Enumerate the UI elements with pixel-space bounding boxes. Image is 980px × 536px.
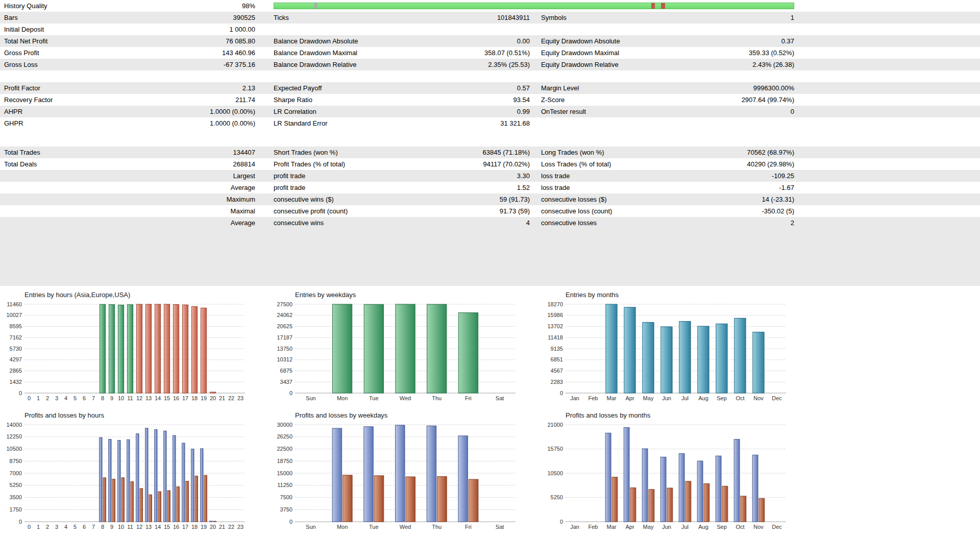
stat-value: 1 [710,12,794,23]
svg-text:Jun: Jun [662,395,671,401]
svg-text:21000: 21000 [547,422,563,428]
svg-text:7500: 7500 [280,494,292,500]
svg-text:16: 16 [173,524,179,530]
stat-value: 31 321.68 [445,117,530,129]
stat-value: 70562 (68.97%) [710,147,794,158]
svg-text:6: 6 [83,524,86,530]
stat-label: Profit Factor [4,82,170,94]
svg-text:3500: 3500 [10,494,22,500]
table-row: Total Trades134407Short Trades (won %)63… [0,147,980,158]
svg-text:Fri: Fri [465,524,472,530]
stat-value: 9996300.00% [710,82,794,94]
svg-text:3437: 3437 [280,379,292,385]
table-section-gap [0,129,980,147]
svg-text:15000: 15000 [277,470,292,476]
svg-text:Jul: Jul [681,395,689,401]
chart-svg-entries-by-months: 0228345676851913511418137021598618270Jan… [541,289,808,406]
svg-text:Jul: Jul [681,524,689,530]
svg-text:5250: 5250 [10,482,22,488]
stat-value: -350.02 (5) [710,205,794,217]
svg-text:17187: 17187 [277,334,292,340]
stat-value: 358.07 (0.51%) [445,47,530,59]
svg-text:7162: 7162 [10,334,22,340]
stat-value: Average [170,217,255,229]
svg-text:12250: 12250 [6,433,22,440]
stat-label: Bars [4,12,170,23]
svg-text:0: 0 [289,390,292,396]
table-row: GHPR1.0000 (0.00%)LR Standard Error31 32… [0,117,980,129]
svg-text:Sat: Sat [496,524,504,530]
svg-text:18750: 18750 [277,458,292,464]
chart-svg-entries-by-hours: 0143228654297573071628595100271146001234… [0,289,267,406]
svg-text:11460: 11460 [7,301,22,307]
svg-text:5730: 5730 [10,346,22,352]
svg-text:0: 0 [560,390,563,396]
svg-text:5: 5 [74,524,77,530]
stat-value: 359.33 (0.52%) [710,47,794,59]
svg-text:7: 7 [92,395,95,401]
svg-text:13: 13 [145,524,152,530]
stat-label: consecutive loss (count) [541,205,710,217]
table-row: Averageconsecutive wins4consecutive loss… [0,217,980,229]
svg-text:3: 3 [55,395,58,401]
stat-value: 14 (-23.31) [710,193,794,205]
chart-svg-pl-by-months: 05250105001575021000JanFebMarAprMayJunJu… [541,409,808,535]
chart-pl-by-weekdays: 037507500112501500018750225002625030000S… [271,409,541,536]
svg-text:Sat: Sat [496,395,504,401]
svg-text:17: 17 [182,524,188,530]
stat-value: -67 375.16 [170,59,255,70]
stat-label: loss trade [541,170,710,182]
svg-text:Tue: Tue [369,395,379,401]
stat-value: 0.57 [445,82,530,94]
stat-value: Average [170,182,255,193]
svg-text:5: 5 [74,395,77,401]
stat-value: 0.00 [445,35,530,47]
stat-label: profit trade [274,170,445,182]
stat-value: 2907.64 (99.74%) [710,94,794,106]
svg-text:16: 16 [173,395,179,401]
stat-label: Equity Drawdown Absolute [541,35,710,47]
svg-text:14: 14 [155,395,161,401]
svg-text:24062: 24062 [277,312,292,318]
svg-text:2: 2 [46,524,49,530]
svg-text:19: 19 [201,395,207,401]
table-row: Profit Factor2.13Expected Payoff0.57Marg… [0,82,980,94]
svg-text:Feb: Feb [589,524,598,530]
svg-text:15: 15 [164,395,170,401]
statistics-table: History Quality98%Bars390525Ticks1018439… [0,0,980,229]
svg-text:11418: 11418 [548,334,563,340]
stat-value: Maximum [170,193,255,205]
svg-text:4: 4 [64,524,67,530]
svg-text:14000: 14000 [6,422,22,428]
svg-text:17: 17 [182,395,188,401]
stat-value: 0.37 [710,35,794,47]
history-bar-segment [661,3,665,9]
svg-text:10312: 10312 [277,356,292,362]
stat-value: 3.30 [445,170,530,182]
stat-label: Initial Deposit [4,23,170,35]
chart-pl-by-months: 05250105001575021000JanFebMarAprMayJunJu… [541,409,812,536]
table-row: History Quality98% [0,0,980,12]
stat-label: Gross Profit [4,47,170,59]
stat-label: LR Correlation [274,106,445,117]
stat-value: 1 000.00 [170,23,255,35]
stat-label: profit trade [274,182,445,193]
table-section-gap [0,70,980,82]
svg-text:9: 9 [110,395,113,401]
svg-text:15986: 15986 [547,312,563,318]
stat-value: 94117 (70.02%) [445,158,530,170]
table-charts-spacer [0,229,980,286]
svg-text:Sun: Sun [306,395,316,401]
svg-text:6851: 6851 [551,356,563,362]
stat-value: Maximal [170,205,255,217]
svg-text:Mar: Mar [607,524,617,530]
svg-text:1750: 1750 [10,506,22,513]
svg-text:10500: 10500 [6,446,22,452]
stat-label: History Quality [4,0,170,12]
stat-value: 98% [170,0,255,12]
stat-value: Largest [170,170,255,182]
svg-text:Mar: Mar [607,395,617,401]
svg-text:9: 9 [110,524,113,530]
svg-text:11: 11 [127,524,133,530]
svg-text:11250: 11250 [277,482,292,488]
